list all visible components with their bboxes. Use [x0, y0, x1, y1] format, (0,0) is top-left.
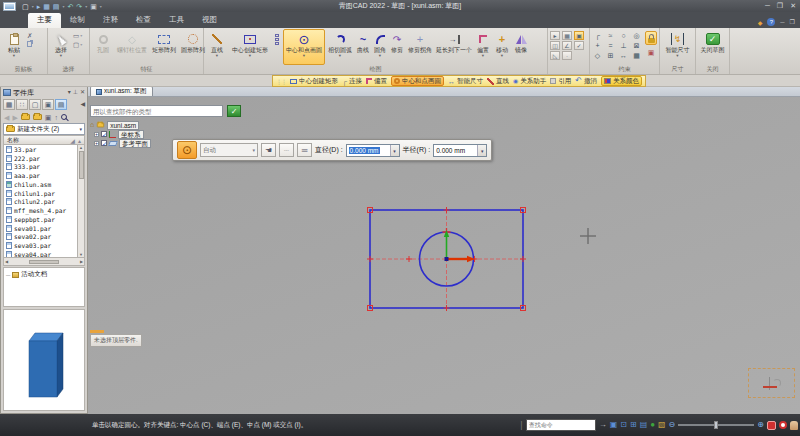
curve-button[interactable]: ~ 曲线: [355, 29, 371, 65]
file-row[interactable]: 222.par: [4, 154, 77, 163]
constraint-icon[interactable]: ⊥: [618, 41, 629, 50]
scroll-thumb[interactable]: [79, 151, 84, 179]
quick-reference[interactable]: 引用: [550, 76, 571, 86]
constraint-icon[interactable]: ◇: [592, 51, 603, 60]
window-tool-icon[interactable]: ▣: [90, 2, 97, 11]
zoom-out-button[interactable]: ⊖: [669, 420, 676, 430]
orientation-widget[interactable]: [748, 368, 795, 398]
hand-click-button[interactable]: ☚: [261, 143, 276, 157]
view-mode-icon[interactable]: ▦: [3, 99, 15, 110]
close-sketch-button[interactable]: ✓ 关闭草图: [699, 29, 727, 65]
relationship-colors-toggle[interactable]: ▣: [645, 46, 657, 60]
zoom-area-icon[interactable]: ⊡: [620, 420, 627, 430]
open-icon[interactable]: ▸: [37, 2, 41, 11]
scroll-right-icon[interactable]: ▶: [80, 259, 83, 264]
chevron-down-icon[interactable]: ▾: [390, 145, 399, 156]
tangent-arc-button[interactable]: 相切圆弧▾: [326, 29, 354, 65]
display-option-icon[interactable]: ✓: [574, 41, 584, 50]
constraint-icon[interactable]: ⊠: [631, 41, 642, 50]
quick-relationship-colors[interactable]: 关系颜色: [601, 76, 642, 86]
mirror-button[interactable]: 镜像: [512, 29, 530, 65]
quick-smart-dimension[interactable]: ↔智能尺寸: [448, 76, 483, 86]
scroll-thumb[interactable]: [29, 260, 59, 264]
zoom-slider[interactable]: [678, 424, 754, 426]
circular-pattern-button[interactable]: 圆形阵列: [179, 29, 207, 65]
circle-by-center-button[interactable]: ⊙ 中心和点画圆▾: [283, 29, 325, 65]
redo-icon[interactable]: ↷: [76, 2, 82, 11]
active-document-item[interactable]: ─ 活动文档: [4, 268, 84, 279]
prompt-note[interactable]: 未选择顶层零件.: [90, 330, 142, 347]
scroll-left-icon[interactable]: ◀: [5, 259, 8, 264]
redo-caret-icon[interactable]: ▾: [85, 2, 87, 11]
quick-circle-by-center[interactable]: 中心和点画圆: [391, 76, 444, 86]
quick-offset[interactable]: 偏置: [366, 76, 387, 86]
display-option-icon[interactable]: ∠: [562, 41, 572, 50]
file-row[interactable]: seppbpt.par: [4, 215, 77, 224]
display-option-icon[interactable]: ▸: [550, 31, 560, 40]
file-row[interactable]: mff_mesh_4.par: [4, 206, 77, 215]
file-row[interactable]: seva01.par: [4, 224, 77, 233]
select-button[interactable]: 选择▾: [50, 29, 72, 65]
ribbon-minimize-icon[interactable]: ─: [780, 18, 784, 26]
globe-icon[interactable]: ●: [650, 420, 655, 430]
pin-icon[interactable]: ⊥: [73, 88, 78, 97]
rectangle-variants-stack[interactable]: [272, 29, 282, 65]
mode-dropdown[interactable]: 自动 ▾: [200, 143, 258, 157]
user-icon[interactable]: [790, 421, 798, 430]
constraint-icon[interactable]: ▦: [631, 51, 642, 60]
extend-to-next-button[interactable]: → 延长到下一个: [435, 29, 473, 65]
copy-icon[interactable]: [27, 41, 32, 47]
sheets-icon[interactable]: ▤: [640, 420, 648, 430]
fence-select-icon[interactable]: ▭▾: [73, 32, 82, 39]
panel-menu-icon[interactable]: ▾: [68, 88, 71, 97]
file-row[interactable]: 333.par: [4, 163, 77, 172]
zoom-slider-thumb[interactable]: [714, 421, 718, 429]
save-icon[interactable]: ▦: [43, 2, 50, 11]
list-column-header[interactable]: 名称 ◢ ▴: [3, 135, 85, 144]
tab-annotate[interactable]: 注释: [94, 13, 127, 28]
scroll-up-icon[interactable]: ▲: [79, 145, 83, 150]
back-icon[interactable]: ◀: [4, 113, 9, 122]
view-mode-icon[interactable]: ∷: [16, 99, 28, 110]
constraint-icon[interactable]: ≈: [605, 31, 616, 40]
zoom-in-button[interactable]: ⊕: [757, 420, 764, 430]
display-option-icon[interactable]: ·: [562, 51, 572, 60]
display-option-icon[interactable]: ◫: [550, 41, 560, 50]
tab-inspect[interactable]: 检查: [127, 13, 160, 28]
file-row[interactable]: aaa.par: [4, 171, 77, 180]
constraint-icon[interactable]: ○: [618, 31, 629, 40]
file-row[interactable]: seva04.par: [4, 250, 77, 257]
sketch-canvas[interactable]: ✓ ⌂ xuni.asm + 坐标系 + 参考平面 ⊙ 自动 ▾ ☚ ┄ ═ 直…: [88, 97, 800, 414]
find-command-input[interactable]: [526, 419, 596, 431]
constraint-icon[interactable]: =: [605, 41, 616, 50]
offset-button[interactable]: 偏置▾: [474, 29, 492, 65]
tab-main[interactable]: 主要: [28, 13, 61, 28]
constraint-icon[interactable]: ⊞: [605, 51, 616, 60]
smart-dimension-button[interactable]: ↯ 智能尺寸▾: [663, 29, 693, 65]
folder-icon[interactable]: [33, 114, 42, 120]
display-icon[interactable]: ▣: [610, 420, 618, 430]
constraint-icon[interactable]: ┌: [592, 31, 603, 40]
up-level-icon[interactable]: ↑: [54, 113, 58, 122]
constraint-icon[interactable]: ◎: [631, 31, 642, 40]
paste-button[interactable]: 粘贴▾: [2, 29, 26, 65]
print-icon[interactable]: ▤: [53, 2, 60, 11]
diameter-input[interactable]: 0.000 mm ▾: [346, 144, 400, 157]
app-icon[interactable]: [3, 2, 16, 11]
scroll-down-icon[interactable]: ▼: [79, 252, 83, 257]
help-icon[interactable]: ?: [767, 18, 775, 26]
rectangular-pattern-button[interactable]: 矩形阵列: [150, 29, 178, 65]
line-style-button[interactable]: ┄: [279, 143, 294, 157]
view-mode-icon[interactable]: ▢: [29, 99, 41, 110]
print-caret-icon[interactable]: ▾: [62, 2, 64, 11]
line-button[interactable]: 直线▾: [206, 29, 228, 65]
restore-button[interactable]: ❐: [777, 0, 783, 11]
line-width-button[interactable]: ═: [297, 143, 312, 157]
pointer-icon[interactable]: →: [599, 420, 607, 430]
trim-button[interactable]: ↷ 修剪: [389, 29, 405, 65]
record-button[interactable]: [779, 421, 787, 429]
layers-icon[interactable]: ▧: [658, 420, 666, 430]
new-folder-icon[interactable]: [21, 114, 30, 120]
new-caret-icon[interactable]: ▾: [32, 2, 34, 11]
file-row[interactable]: seva03.par: [4, 241, 77, 250]
